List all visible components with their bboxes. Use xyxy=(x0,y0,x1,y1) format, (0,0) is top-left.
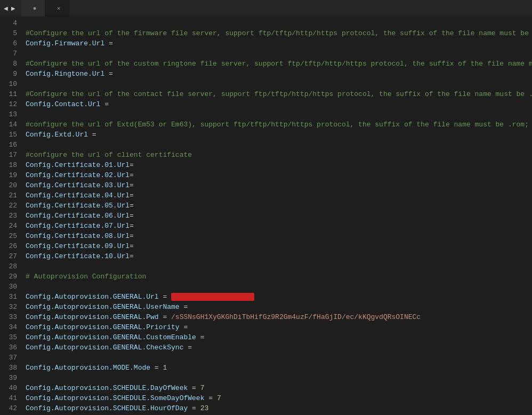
code-line-19: Config.Certificate.02.Url= xyxy=(26,170,532,180)
code-line-10 xyxy=(26,79,532,89)
tab-bar: ● ✕ xyxy=(21,0,69,17)
line-number-14: 14 xyxy=(4,119,17,130)
line-number-40: 40 xyxy=(4,383,17,393)
code-line-23: Config.Certificate.06.Url= xyxy=(26,211,532,221)
line-number-30: 30 xyxy=(4,282,17,292)
line-number-42: 42 xyxy=(4,403,17,413)
line-number-28: 28 xyxy=(4,261,17,272)
code-line-22: Config.Certificate.05.Url= xyxy=(26,201,532,211)
code-line-41: Config.Autoprovision.SCHEDULE.SomeDayOfW… xyxy=(26,393,532,403)
line-number-15: 15 xyxy=(4,130,17,140)
code-line-12: Config.Contact.Url = xyxy=(26,99,532,109)
line-number-16: 16 xyxy=(4,140,17,150)
line-number-29: 29 xyxy=(4,272,17,282)
window-controls[interactable]: ◀ ▶ xyxy=(2,5,17,12)
code-line-27: Config.Certificate.10.Url= xyxy=(26,251,532,261)
code-line-37 xyxy=(26,353,532,363)
forward-button[interactable]: ▶ xyxy=(10,5,17,12)
editor-container: 4567891011121314151617181920212223242526… xyxy=(0,17,532,415)
line-number-18: 18 xyxy=(4,160,17,170)
code-line-9: Config.Ringtone.Url = xyxy=(26,69,532,79)
code-line-35: Config.Autoprovision.GENERAL.CustomEnabl… xyxy=(26,332,532,342)
code-line-14: #configure the url of Extd(Em53 or Em63)… xyxy=(26,119,532,130)
code-line-40: Config.Autoprovision.SCHEDULE.DayOfWeek … xyxy=(26,383,532,393)
line-number-31: 31 xyxy=(4,292,17,302)
tab-autop-config[interactable]: ✕ xyxy=(45,0,69,17)
line-number-33: 33 xyxy=(4,312,17,322)
line-number-41: 41 xyxy=(4,393,17,403)
code-area[interactable]: #Configure the url of the firmware file … xyxy=(21,17,532,415)
line-number-10: 10 xyxy=(4,79,17,89)
code-line-5: #Configure the url of the firmware file … xyxy=(26,28,532,38)
code-line-15: Config.Extd.Url = xyxy=(26,130,532,140)
code-line-4 xyxy=(26,18,532,28)
line-number-39: 39 xyxy=(4,373,17,383)
code-line-34: Config.Autoprovision.GENERAL.Priority = xyxy=(26,322,532,332)
line-number-4: 4 xyxy=(4,18,17,28)
code-line-13 xyxy=(26,109,532,119)
code-line-29: # Autoprovision Configuration xyxy=(26,272,532,282)
line-number-38: 38 xyxy=(4,363,17,373)
back-button[interactable]: ◀ xyxy=(2,5,10,12)
code-line-24: Config.Certificate.07.Url= xyxy=(26,221,532,231)
tab-autop-config-close[interactable]: ✕ xyxy=(55,5,62,12)
code-line-28 xyxy=(26,261,532,272)
line-number-17: 17 xyxy=(4,150,17,160)
line-number-11: 11 xyxy=(4,89,17,99)
line-number-26: 26 xyxy=(4,241,17,251)
line-number-37: 37 xyxy=(4,353,17,363)
line-number-23: 23 xyxy=(4,211,17,221)
code-line-11: #Configure the url of the contact file s… xyxy=(26,89,532,99)
title-bar: ◀ ▶ ● ✕ xyxy=(0,0,532,17)
line-number-7: 7 xyxy=(4,49,17,59)
code-line-7 xyxy=(26,49,532,59)
line-number-35: 35 xyxy=(4,332,17,342)
code-line-31: Config.Autoprovision.GENERAL.Url = tftp:… xyxy=(26,292,532,302)
code-line-38: Config.Autoprovision.MODE.Mode = 1 xyxy=(26,363,532,373)
line-number-8: 8 xyxy=(4,59,17,69)
code-line-8: #Configure the url of the custom rington… xyxy=(26,59,532,69)
line-numbers: 4567891011121314151617181920212223242526… xyxy=(0,17,21,415)
code-line-17: #configure the url of client certificate xyxy=(26,150,532,160)
line-number-34: 34 xyxy=(4,322,17,332)
line-number-21: 21 xyxy=(4,190,17,201)
line-number-22: 22 xyxy=(4,201,17,211)
tab-untitled-close[interactable]: ● xyxy=(31,5,38,12)
code-line-36: Config.Autoprovision.GENERAL.CheckSync = xyxy=(26,342,532,353)
line-number-20: 20 xyxy=(4,180,17,190)
code-line-21: Config.Certificate.04.Url= xyxy=(26,190,532,201)
line-number-9: 9 xyxy=(4,69,17,79)
line-number-36: 36 xyxy=(4,342,17,353)
code-line-20: Config.Certificate.03.Url= xyxy=(26,180,532,190)
code-line-33: Config.Autoprovision.GENERAL.Pwd = /sSSN… xyxy=(26,312,532,322)
line-number-12: 12 xyxy=(4,99,17,109)
code-line-30 xyxy=(26,282,532,292)
code-line-25: Config.Certificate.08.Url= xyxy=(26,231,532,241)
line-number-19: 19 xyxy=(4,170,17,180)
code-line-6: Config.Firmware.Url = xyxy=(26,38,532,49)
code-line-42: Config.Autoprovision.SCHEDULE.HourOfDay … xyxy=(26,403,532,413)
line-number-25: 25 xyxy=(4,231,17,241)
tab-untitled[interactable]: ● xyxy=(21,0,45,17)
line-number-6: 6 xyxy=(4,38,17,49)
line-number-27: 27 xyxy=(4,251,17,261)
code-line-32: Config.Autoprovision.GENERAL.UserName = xyxy=(26,302,532,312)
code-line-26: Config.Certificate.09.Url= xyxy=(26,241,532,251)
code-line-18: Config.Certificate.01.Url= xyxy=(26,160,532,170)
line-number-32: 32 xyxy=(4,302,17,312)
code-line-39 xyxy=(26,373,532,383)
line-number-5: 5 xyxy=(4,28,17,38)
line-number-13: 13 xyxy=(4,109,17,119)
code-line-16 xyxy=(26,140,532,150)
line-number-24: 24 xyxy=(4,221,17,231)
